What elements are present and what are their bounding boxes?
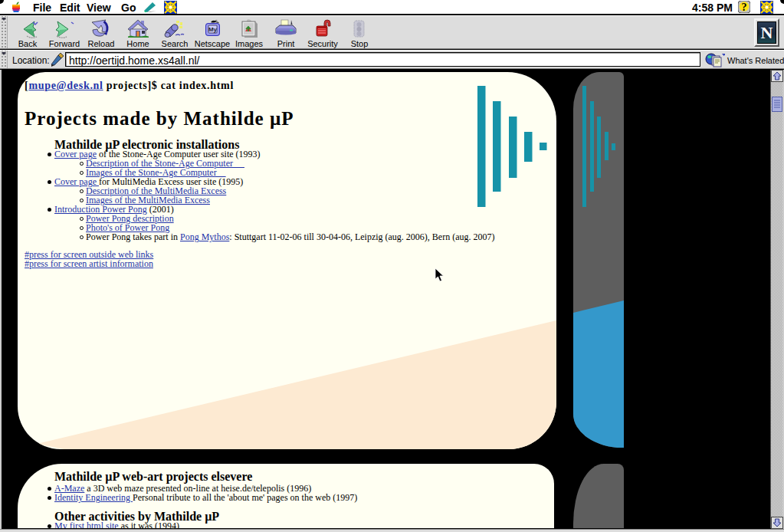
svg-text:?: ? [742,2,747,13]
svg-text:My: My [208,26,218,33]
